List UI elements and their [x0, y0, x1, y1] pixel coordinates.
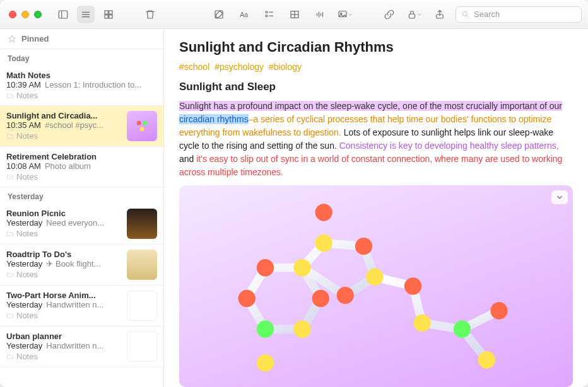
note-item-sunlight[interactable]: Sunlight and Circadia... 10:35 AM#school… [0, 106, 163, 147]
pin-icon [8, 35, 16, 43]
svg-point-13 [266, 14, 268, 16]
svg-point-37 [355, 238, 372, 255]
note-title: Roadtrip To Do's [6, 250, 122, 259]
zoom-window-button[interactable] [34, 11, 42, 18]
search-icon [461, 10, 470, 19]
new-note-button[interactable] [209, 6, 228, 23]
section-yesterday: Yesterday [0, 187, 163, 204]
note-title: Sunlight and Circadia... [6, 111, 122, 120]
notes-list[interactable]: Pinned Today Math Notes 10:39 AMLesson 1… [0, 29, 164, 387]
svg-point-33 [257, 321, 274, 338]
note-thumbnail [127, 250, 157, 280]
gallery-view-button[interactable] [100, 6, 117, 23]
note-item-retirement[interactable]: Retirement Celebration 10:08 AMPhoto alb… [0, 147, 163, 187]
note-title: Math Notes [6, 71, 157, 80]
note-editor[interactable]: Sunlight and Circadian Rhythms #school #… [164, 29, 588, 387]
audio-button[interactable] [310, 6, 329, 23]
note-title-heading[interactable]: Sunlight and Circadian Rhythms [179, 39, 573, 55]
folder-icon [6, 173, 14, 181]
svg-point-34 [257, 354, 274, 371]
svg-rect-24 [409, 14, 415, 18]
traffic-lights [0, 11, 50, 18]
note-thumbnail [127, 332, 157, 362]
note-subheading[interactable]: Sunlight and Sleep [179, 81, 573, 93]
pinned-header[interactable]: Pinned [0, 29, 163, 49]
tag-psychology[interactable]: #psychology [215, 62, 264, 72]
share-button[interactable] [430, 6, 449, 23]
note-title: Two-Part Horse Anim... [6, 291, 122, 300]
editor-toolbar: Aa [209, 6, 588, 23]
link-button[interactable] [380, 6, 399, 23]
text-segment: circadian rhythms [179, 114, 249, 124]
note-item-urban[interactable]: Urban planner YesterdayHandwritten n... … [0, 326, 163, 367]
section-today: Today [0, 49, 163, 66]
svg-point-39 [337, 287, 354, 304]
tag-biology[interactable]: #biology [269, 62, 302, 72]
folder-icon [6, 271, 14, 279]
search-placeholder: Search [474, 9, 500, 19]
note-thumbnail [127, 291, 157, 321]
search-field[interactable]: Search [456, 6, 582, 23]
svg-point-11 [266, 11, 268, 13]
minimize-window-button[interactable] [21, 11, 29, 18]
note-thumbnail [127, 209, 157, 239]
list-view-button[interactable] [77, 6, 95, 23]
text-segment: it's easy to slip out of sync in a world… [179, 154, 562, 177]
note-attachment-image[interactable] [179, 185, 573, 387]
note-paragraph[interactable]: Sunlight has a profound impact on the sl… [179, 100, 573, 179]
note-tags[interactable]: #school #psychology #biology [179, 62, 573, 72]
note-item-reunion[interactable]: Reunion Picnic YesterdayNeed everyon... … [0, 204, 163, 245]
tag-school[interactable]: #school [179, 62, 209, 72]
note-item-horse[interactable]: Two-Part Horse Anim... YesterdayHandwrit… [0, 286, 163, 326]
folder-icon [6, 353, 14, 361]
note-item-roadtrip[interactable]: Roadtrip To Do's Yesterday✈︎ Book flight… [0, 245, 163, 286]
svg-point-26 [462, 11, 467, 16]
media-button[interactable] [336, 6, 355, 23]
svg-text:Aa: Aa [240, 10, 248, 18]
svg-line-27 [467, 15, 469, 17]
folder-icon [6, 132, 14, 140]
close-window-button[interactable] [9, 11, 16, 18]
svg-point-36 [315, 204, 332, 221]
note-title: Reunion Picnic [6, 209, 122, 218]
svg-point-43 [490, 302, 507, 319]
text-segment: Consistency is key to developing healthy… [339, 141, 559, 151]
svg-rect-8 [109, 14, 112, 18]
note-item-math[interactable]: Math Notes 10:39 AMLesson 1: Introductio… [0, 66, 163, 106]
svg-point-31 [312, 290, 329, 307]
svg-rect-0 [59, 11, 68, 18]
format-button[interactable]: Aa [235, 6, 254, 23]
note-title: Urban planner [6, 332, 122, 341]
note-thumbnail [127, 111, 157, 141]
pinned-label: Pinned [21, 34, 49, 43]
svg-point-44 [478, 351, 495, 368]
svg-point-30 [293, 259, 310, 276]
svg-point-28 [238, 290, 256, 307]
folder-icon [6, 312, 14, 320]
svg-point-35 [315, 234, 332, 251]
svg-point-29 [257, 259, 274, 276]
svg-rect-6 [109, 11, 112, 14]
text-segment: and [179, 154, 196, 164]
note-title: Retirement Celebration [6, 152, 157, 161]
notes-window: Aa [0, 0, 588, 387]
svg-point-40 [404, 277, 421, 294]
folder-icon [6, 92, 14, 100]
delete-note-button[interactable] [141, 6, 159, 23]
text-segment: Sunlight has a profound impact on the sl… [179, 101, 562, 111]
titlebar: Aa [0, 0, 588, 29]
svg-rect-5 [105, 11, 108, 14]
folder-icon [6, 230, 14, 238]
molecule-illustration [179, 185, 573, 387]
svg-point-42 [454, 321, 471, 338]
svg-point-38 [366, 269, 383, 286]
checklist-button[interactable] [260, 6, 279, 23]
sidebar-view-controls [50, 6, 159, 23]
svg-point-41 [413, 315, 430, 332]
svg-point-32 [293, 321, 310, 338]
toggle-sidebar-button[interactable] [54, 6, 72, 23]
table-button[interactable] [285, 6, 304, 23]
svg-rect-7 [105, 14, 108, 18]
lock-button[interactable] [405, 6, 424, 23]
